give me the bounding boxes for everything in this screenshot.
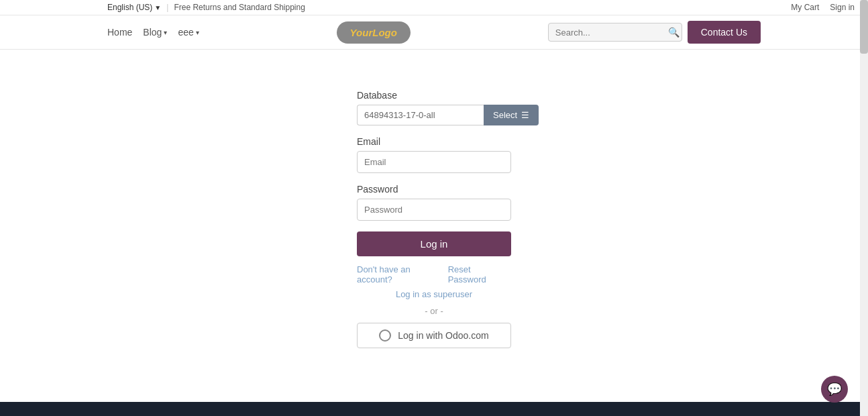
header: Home Blog ▾ eee ▾ YourLogo 🔍 Contact Us bbox=[0, 15, 868, 50]
select-button[interactable]: Select ☰ bbox=[484, 105, 539, 125]
nav-blog-label: Blog bbox=[143, 27, 162, 38]
nav-blog-caret: ▾ bbox=[164, 29, 167, 36]
no-account-link[interactable]: Don't have an account? bbox=[357, 264, 448, 284]
superuser-section: Log in as superuser bbox=[357, 289, 511, 299]
superuser-link[interactable]: Log in as superuser bbox=[396, 289, 472, 299]
language-label: English (US) bbox=[107, 3, 152, 12]
logo[interactable]: YourLogo bbox=[337, 21, 411, 44]
password-input[interactable] bbox=[357, 199, 511, 221]
select-icon: ☰ bbox=[521, 110, 529, 120]
chat-bubble-icon: 💬 bbox=[827, 382, 842, 397]
logo-text: YourLogo bbox=[350, 27, 397, 38]
database-label: Database bbox=[357, 90, 511, 101]
search-box: 🔍 bbox=[548, 23, 682, 42]
search-input[interactable] bbox=[555, 28, 668, 38]
main-content: Database Select ☰ Email Password Log in … bbox=[0, 50, 868, 402]
nav-eee-label: eee bbox=[178, 27, 193, 38]
email-section: Email bbox=[357, 136, 511, 173]
password-label: Password bbox=[357, 184, 511, 195]
or-divider: - or - bbox=[357, 306, 511, 316]
top-bar-right: My Cart Sign in bbox=[791, 3, 868, 12]
my-cart-link[interactable]: My Cart bbox=[791, 3, 819, 12]
nav-home[interactable]: Home bbox=[107, 27, 132, 38]
login-form: Database Select ☰ Email Password Log in … bbox=[357, 90, 511, 348]
form-links: Don't have an account? Reset Password bbox=[357, 264, 511, 284]
contact-button[interactable]: Contact Us bbox=[688, 21, 761, 44]
odoo-login-button[interactable]: Log in with Odoo.com bbox=[357, 323, 511, 348]
separator: | bbox=[166, 3, 168, 12]
chat-bubble[interactable]: 💬 bbox=[821, 376, 848, 403]
footer: Useful Links Home About us Products Abou… bbox=[0, 402, 868, 416]
select-button-label: Select bbox=[493, 110, 517, 120]
search-area: 🔍 Contact Us bbox=[548, 21, 761, 44]
odoo-icon bbox=[379, 329, 391, 342]
language-selector[interactable]: English (US) ▼ bbox=[107, 3, 161, 12]
nav-eee-caret: ▾ bbox=[196, 29, 199, 36]
database-input[interactable] bbox=[357, 105, 484, 125]
scrollbar-thumb[interactable] bbox=[860, 0, 868, 54]
nav-blog[interactable]: Blog ▾ bbox=[143, 27, 167, 38]
main-nav: Home Blog ▾ eee ▾ bbox=[107, 27, 199, 38]
sign-in-link[interactable]: Sign in bbox=[830, 3, 855, 12]
logo-area: YourLogo bbox=[215, 21, 532, 44]
email-input[interactable] bbox=[357, 151, 511, 173]
scrollbar[interactable] bbox=[860, 0, 868, 416]
odoo-login-label: Log in with Odoo.com bbox=[398, 330, 488, 341]
nav-eee[interactable]: eee ▾ bbox=[178, 27, 199, 38]
reset-password-link[interactable]: Reset Password bbox=[448, 264, 511, 284]
password-section: Password bbox=[357, 184, 511, 221]
login-button[interactable]: Log in bbox=[357, 231, 511, 256]
top-bar-left: English (US) ▼ | Free Returns and Standa… bbox=[0, 3, 305, 12]
email-label: Email bbox=[357, 136, 511, 147]
shipping-text: Free Returns and Standard Shipping bbox=[174, 3, 305, 12]
database-row: Select ☰ bbox=[357, 105, 511, 125]
top-bar: English (US) ▼ | Free Returns and Standa… bbox=[0, 0, 868, 15]
database-section: Database Select ☰ bbox=[357, 90, 511, 125]
language-arrow: ▼ bbox=[154, 4, 161, 11]
search-icon[interactable]: 🔍 bbox=[668, 27, 680, 38]
